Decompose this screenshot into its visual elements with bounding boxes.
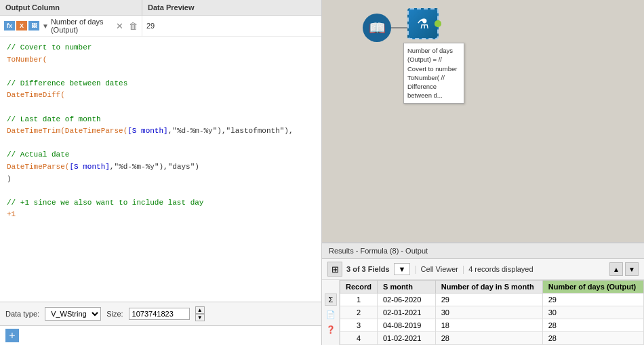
results-table: Record S month Number of day in S month …	[340, 280, 644, 345]
col-header-days-output: Number of days (Output)	[542, 281, 643, 293]
help-icon[interactable]: ❓	[325, 323, 337, 336]
cell-viewer-separator: |	[414, 264, 416, 274]
cell-day-count-3: 18	[435, 319, 542, 332]
code-line-blank-2	[7, 102, 315, 114]
cell-record-1: 1	[340, 293, 378, 306]
code-line-11: +1	[7, 209, 315, 221]
code-line-5: // Last date of month	[7, 114, 315, 126]
table-wrapper: Record S month Number of day in S month …	[340, 280, 644, 345]
fx-icon: fx	[4, 21, 15, 31]
cell-s-month-4: 01-02-2021	[377, 332, 435, 345]
field-row: fx X 🖼 ▼ Number of days (Output) ✕ 🗑 29	[0, 16, 321, 37]
table-head: Record S month Number of day in S month …	[340, 281, 644, 293]
code-editor[interactable]: // Covert to number ToNumber( // Differe…	[0, 37, 321, 302]
delete-icon[interactable]: ✕	[116, 21, 123, 31]
sigma-icon[interactable]: Σ	[325, 293, 337, 306]
code-line-7: // Actual date	[7, 149, 315, 161]
green-dot	[435, 20, 441, 27]
records-label: 4 records displayed	[468, 265, 533, 273]
code-line-6: DateTimeTrim(DateTimeParse([S month],"%d…	[7, 125, 315, 138]
table-container: Σ 📄 ❓ Record S month Number of day in S …	[322, 280, 644, 345]
doc-icon[interactable]: 📄	[325, 308, 337, 321]
workflow-canvas: 📖 ⚗ Number of days (Output) = // Covert …	[322, 0, 644, 242]
right-panel: 📖 ⚗ Number of days (Output) = // Covert …	[322, 0, 644, 345]
img-icon: 🖼	[28, 21, 39, 31]
cell-day-count-1: 29	[435, 293, 542, 306]
cell-record-4: 4	[340, 332, 378, 345]
col-header-record: Record	[340, 281, 378, 293]
cell-output-2: 30	[542, 306, 643, 319]
delete-trash-icon[interactable]: 🗑	[129, 21, 138, 31]
field-row-right: 29	[142, 20, 321, 32]
formula-icon: ⚗	[407, 8, 439, 39]
expand-icon: ▼	[42, 22, 49, 30]
book-icon: 📖	[363, 14, 391, 42]
datatype-select[interactable]: V_WString	[45, 307, 101, 321]
left-panel: Output Column Data Preview fx X 🖼 ▼ Numb…	[0, 0, 322, 345]
results-header-text: Results - Formula (8) - Output	[329, 247, 428, 255]
add-field-button[interactable]: +	[5, 329, 19, 342]
cell-output-4: 28	[542, 332, 643, 345]
spin-up[interactable]: ▲	[195, 306, 205, 314]
left-side-icons: Σ 📄 ❓	[322, 280, 340, 345]
code-line-blank-3	[7, 138, 315, 150]
table-row: 3 04-08-2019 18 28	[340, 319, 644, 332]
datatype-label: Data type:	[5, 310, 39, 318]
cell-record-2: 2	[340, 306, 378, 319]
code-line-8: DateTimeParse([S month],"%d-%m-%y"),"day…	[7, 161, 315, 174]
cell-viewer-separator2: |	[462, 264, 464, 274]
code-line-1: // Covert to number	[7, 42, 315, 54]
cell-viewer-label: Cell Viewer	[421, 265, 458, 273]
book-node[interactable]: 📖	[363, 14, 391, 42]
code-line-10: // +1 since we also want to include last…	[7, 197, 315, 209]
cell-day-count-2: 30	[435, 306, 542, 319]
left-panel-header: Output Column Data Preview	[0, 0, 321, 16]
table-row: 1 02-06-2020 29 29	[340, 293, 644, 306]
col-header-s-month: S month	[377, 281, 435, 293]
size-spinner[interactable]: ▲ ▼	[195, 306, 205, 321]
tooltip-text: Number of days (Output) = // Covert to n…	[407, 47, 457, 99]
output-column-header: Output Column	[0, 0, 142, 15]
size-label: Size:	[106, 310, 123, 318]
table-header-row: Record S month Number of day in S month …	[340, 281, 644, 293]
spin-down[interactable]: ▼	[195, 314, 205, 321]
x-icon: X	[16, 21, 27, 31]
field-name-area: ▼ Number of days (Output)	[42, 18, 113, 34]
field-name-text: Number of days (Output)	[51, 18, 113, 34]
code-line-blank-1	[7, 66, 315, 78]
field-row-left: fx X 🖼 ▼ Number of days (Output) ✕ 🗑	[0, 16, 142, 36]
cell-output-3: 28	[542, 319, 643, 332]
cell-day-count-4: 28	[435, 332, 542, 345]
formula-node[interactable]: ⚗	[407, 8, 439, 39]
code-line-3: // Difference between dates	[7, 78, 315, 90]
nav-buttons: ▲ ▼	[609, 262, 639, 276]
results-header: Results - Formula (8) - Output	[322, 243, 644, 259]
cell-s-month-1: 02-06-2020	[377, 293, 435, 306]
preview-value: 29	[146, 22, 155, 30]
table-body: 1 02-06-2020 29 29 2 02-01-2021 30 30	[340, 293, 644, 345]
cell-s-month-3: 04-08-2019	[377, 319, 435, 332]
code-line-4: DateTimeDiff(	[7, 89, 315, 102]
data-preview-header: Data Preview	[142, 0, 321, 15]
scroll-down-button[interactable]: ▼	[625, 262, 639, 276]
fields-badge: 3 of 3 Fields	[346, 265, 390, 273]
add-row: +	[0, 325, 321, 345]
cell-s-month-2: 02-01-2021	[377, 306, 435, 319]
fields-dropdown-button[interactable]: ▼	[394, 263, 411, 275]
node-connector	[391, 27, 407, 28]
code-line-blank-4	[7, 185, 315, 197]
cell-output-1: 29	[542, 293, 643, 306]
table-row: 2 02-01-2021 30 30	[340, 306, 644, 319]
results-panel: Results - Formula (8) - Output ⊞ 3 of 3 …	[322, 242, 644, 345]
formula-tooltip: Number of days (Output) = // Covert to n…	[403, 43, 464, 104]
scroll-up-button[interactable]: ▲	[609, 262, 623, 276]
toolbar-grid-icon[interactable]: ⊞	[327, 262, 342, 277]
cell-record-3: 3	[340, 319, 378, 332]
results-toolbar: ⊞ 3 of 3 Fields ▼ | Cell Viewer | 4 reco…	[322, 259, 644, 280]
datatype-row: Data type: V_WString Size: ▲ ▼	[0, 302, 321, 325]
col-header-day-in-month: Number of day in S month	[435, 281, 542, 293]
size-input[interactable]	[129, 308, 190, 320]
code-line-2: ToNumber(	[7, 54, 315, 66]
table-row: 4 01-02-2021 28 28	[340, 332, 644, 345]
formula-icon-container: ⚗	[407, 8, 439, 39]
